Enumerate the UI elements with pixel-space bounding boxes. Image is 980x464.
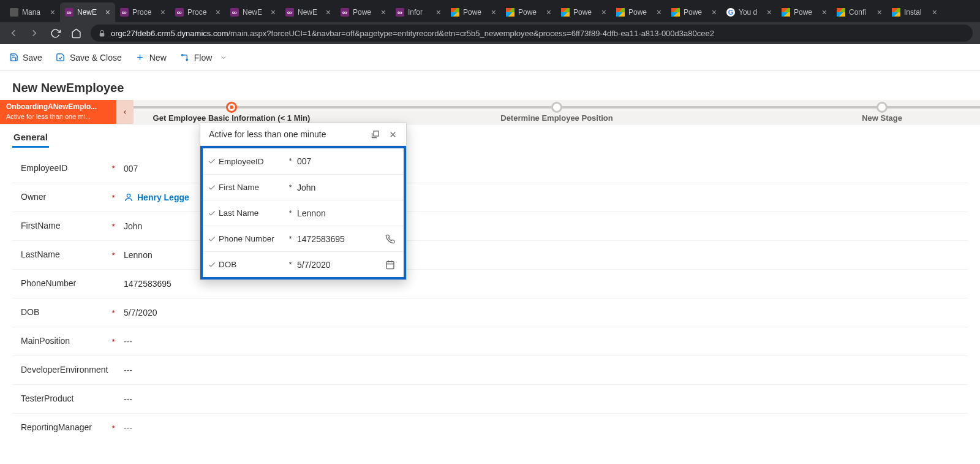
- forward-button[interactable]: [28, 27, 40, 39]
- tab-close-icon[interactable]: ×: [50, 8, 55, 17]
- field-label: MainPosition: [12, 336, 104, 347]
- flow-label: Flow: [194, 53, 213, 63]
- field-value[interactable]: 007: [124, 164, 138, 173]
- browser-tab[interactable]: Powe×: [446, 2, 501, 22]
- bpf-process-name[interactable]: OnboardingANewEmplo... Active for less t…: [0, 100, 116, 124]
- address-bar[interactable]: orgc27fdeb6.crm5.dynamics.com/main.aspx?…: [91, 25, 973, 42]
- tab-close-icon[interactable]: ×: [657, 8, 662, 17]
- form-tabs: General: [0, 124, 980, 148]
- browser-tab[interactable]: ∞NewE×: [281, 2, 336, 22]
- phone-icon[interactable]: [385, 234, 395, 244]
- reload-button[interactable]: [49, 27, 61, 39]
- field-value[interactable]: ---: [124, 365, 132, 375]
- field-value[interactable]: 1472583695: [124, 279, 172, 289]
- browser-tab[interactable]: Powe×: [777, 2, 832, 22]
- svg-rect-9: [386, 261, 394, 268]
- bpf-stages: Get Employee Basic Information (< 1 Min)…: [134, 100, 980, 124]
- browser-tab[interactable]: Confi×: [832, 2, 887, 22]
- browser-tab[interactable]: Powe×: [501, 2, 556, 22]
- flyout-field-value[interactable]: John: [296, 183, 385, 192]
- browser-tab[interactable]: GYou d×: [722, 2, 777, 22]
- flyout-field-label: EmployeeID: [219, 157, 285, 166]
- field-label: ReportingManager: [12, 422, 104, 433]
- close-icon[interactable]: [388, 130, 398, 139]
- form-field: EmployeeID*007: [12, 154, 968, 183]
- browser-tab[interactable]: ∞NewE×: [225, 2, 281, 22]
- tab-close-icon[interactable]: ×: [160, 8, 165, 17]
- field-value[interactable]: Lennon: [124, 250, 153, 260]
- tab-close-icon[interactable]: ×: [381, 8, 386, 17]
- checkmark-icon: [208, 235, 219, 243]
- favicon-icon: ∞: [396, 8, 404, 17]
- required-indicator: *: [104, 337, 123, 346]
- flow-button[interactable]: Flow: [180, 53, 228, 63]
- browser-tab[interactable]: Instal×: [887, 2, 942, 22]
- favicon-icon: ∞: [285, 8, 294, 17]
- flyout-field: DOB*5/7/2020: [203, 251, 404, 277]
- chevron-down-icon: [220, 54, 227, 61]
- tab-label: Infor: [408, 8, 432, 17]
- required-indicator: *: [104, 251, 123, 260]
- save-button[interactable]: Save: [9, 53, 42, 63]
- field-value[interactable]: ---: [124, 423, 132, 433]
- tab-close-icon[interactable]: ×: [932, 8, 937, 17]
- save-close-button[interactable]: Save & Close: [56, 53, 122, 63]
- field-value[interactable]: 5/7/2020: [124, 308, 157, 318]
- tab-close-icon[interactable]: ×: [326, 8, 331, 17]
- tab-label: Proce: [132, 8, 157, 17]
- tab-close-icon[interactable]: ×: [271, 8, 276, 17]
- bpf-stage-position[interactable]: Determine Employee Position: [330, 100, 784, 124]
- form-field: PhoneNumber1472583695: [12, 269, 968, 298]
- flyout-field-value[interactable]: 5/7/2020: [296, 260, 385, 270]
- business-process-flow: OnboardingANewEmplo... Active for less t…: [0, 100, 980, 124]
- field-label: EmployeeID: [12, 163, 104, 174]
- back-button[interactable]: [7, 27, 20, 39]
- flyout-field: Last Name*Lennon: [203, 200, 404, 226]
- stage-label: Determine Employee Position: [500, 113, 613, 123]
- svg-rect-0: [100, 32, 105, 36]
- browser-tab[interactable]: ∞NewE×: [60, 2, 115, 22]
- field-value[interactable]: ---: [124, 337, 132, 346]
- required-indicator: *: [104, 164, 123, 173]
- calendar-icon[interactable]: [385, 260, 395, 270]
- tab-close-icon[interactable]: ×: [877, 8, 882, 17]
- browser-tab[interactable]: ∞Proce×: [115, 2, 170, 22]
- svg-point-5: [127, 194, 130, 197]
- tab-close-icon[interactable]: ×: [436, 8, 441, 17]
- save-label: Save: [23, 53, 42, 63]
- flyout-field-value[interactable]: 007: [296, 156, 385, 166]
- browser-tab[interactable]: Mana×: [5, 2, 60, 22]
- browser-tab[interactable]: ∞Proce×: [170, 2, 225, 22]
- tab-close-icon[interactable]: ×: [546, 8, 551, 17]
- form-field: FirstName*John: [12, 211, 968, 240]
- tab-close-icon[interactable]: ×: [601, 8, 606, 17]
- home-button[interactable]: [70, 27, 82, 39]
- tab-close-icon[interactable]: ×: [767, 8, 772, 17]
- tab-close-icon[interactable]: ×: [105, 8, 110, 17]
- tab-close-icon[interactable]: ×: [712, 8, 717, 17]
- browser-tab[interactable]: Powe×: [666, 2, 722, 22]
- browser-tab[interactable]: ∞Infor×: [391, 2, 446, 22]
- tab-close-icon[interactable]: ×: [216, 8, 221, 17]
- tab-close-icon[interactable]: ×: [491, 8, 496, 17]
- field-value[interactable]: John: [124, 221, 142, 231]
- new-button[interactable]: New: [135, 53, 167, 63]
- browser-tab[interactable]: Powe×: [556, 2, 611, 22]
- flyout-field-value[interactable]: Lennon: [296, 208, 385, 218]
- tab-general[interactable]: General: [12, 132, 49, 148]
- flyout-field-value[interactable]: 1472583695: [296, 234, 385, 244]
- tab-label: Powe: [573, 8, 598, 17]
- tab-label: NewE: [77, 8, 102, 17]
- field-label: PhoneNumber: [12, 278, 104, 289]
- browser-chrome: Mana×∞NewE×∞Proce×∞Proce×∞NewE×∞NewE×∞Po…: [0, 0, 980, 44]
- tab-close-icon[interactable]: ×: [822, 8, 827, 17]
- browser-tab[interactable]: ∞Powe×: [336, 2, 391, 22]
- tab-label: NewE: [298, 8, 322, 17]
- bpf-collapse-button[interactable]: [116, 100, 134, 124]
- bpf-stage-basic-info[interactable]: Get Employee Basic Information (< 1 Min): [134, 100, 330, 124]
- field-value[interactable]: ---: [124, 394, 132, 404]
- tab-label: Confi: [849, 8, 873, 17]
- bpf-stage-new[interactable]: New Stage: [784, 100, 980, 124]
- browser-tab[interactable]: Powe×: [611, 2, 666, 22]
- popout-icon[interactable]: [371, 130, 380, 139]
